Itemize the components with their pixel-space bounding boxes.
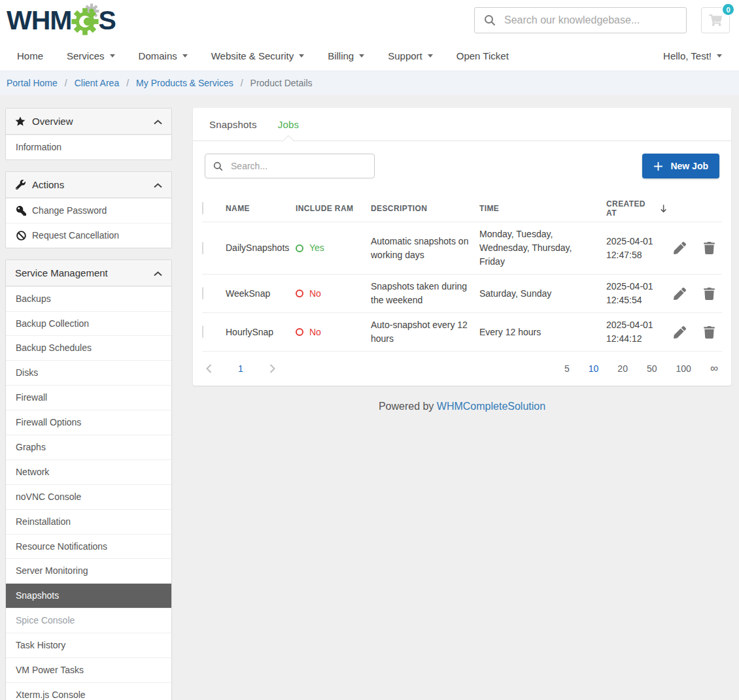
page-number[interactable]: 1 bbox=[238, 363, 243, 374]
sidebar-item-snapshots[interactable]: Snapshots bbox=[6, 583, 171, 608]
sidebar-item-change-password[interactable]: Change Password bbox=[6, 198, 171, 223]
tab-jobs[interactable]: Jobs bbox=[267, 108, 310, 141]
caret-down-icon bbox=[299, 54, 304, 58]
sidebar-item-resource-notifications[interactable]: Resource Notifications bbox=[6, 534, 171, 559]
job-name: WeekSnap bbox=[226, 287, 296, 301]
search-icon bbox=[484, 14, 496, 26]
edit-job-button[interactable] bbox=[674, 326, 686, 339]
select-all-checkbox[interactable] bbox=[202, 202, 203, 214]
nav-item-services[interactable]: Services bbox=[67, 50, 115, 61]
breadcrumb-client-area[interactable]: Client Area bbox=[75, 78, 119, 88]
delete-job-button[interactable] bbox=[704, 326, 715, 339]
row-checkbox[interactable] bbox=[202, 287, 203, 299]
key-icon bbox=[16, 206, 26, 216]
actions-panel-header[interactable]: Actions bbox=[6, 172, 171, 198]
actions-panel: Actions Change Password Request Cancella… bbox=[5, 171, 172, 248]
table-header-row: NAME INCLUDE RAM DESCRIPTION TIME CREATE… bbox=[202, 195, 722, 222]
trash-icon bbox=[704, 288, 715, 300]
nav-item-domains[interactable]: Domains bbox=[139, 50, 188, 61]
tab-snapshots[interactable]: Snapshots bbox=[199, 108, 267, 141]
column-header-name[interactable]: NAME bbox=[226, 204, 296, 213]
main-nav: Home Services Domains Website & Security… bbox=[0, 41, 739, 71]
sidebar-item-disks[interactable]: Disks bbox=[6, 360, 171, 385]
sidebar-item-novnc-console[interactable]: noVNC Console bbox=[6, 484, 171, 509]
pagination: 1 5 10 20 50 100 ∞ bbox=[193, 352, 731, 386]
job-created-at: 2025-04-01 12:45:54 bbox=[606, 280, 674, 307]
whmcs-logo[interactable]: WHM bbox=[7, 5, 116, 36]
sidebar-item-server-monitoring[interactable]: Server Monitoring bbox=[6, 558, 171, 583]
sidebar-item-backup-collection[interactable]: Backup Collection bbox=[6, 311, 171, 336]
sidebar-item-backups[interactable]: Backups bbox=[6, 286, 171, 311]
row-checkbox[interactable] bbox=[202, 242, 203, 254]
job-created-at: 2025-04-01 12:44:12 bbox=[606, 318, 674, 346]
job-time: Monday, Tuesday, Wednesday, Thursday, Fr… bbox=[479, 227, 606, 269]
page-size-unlimited[interactable]: ∞ bbox=[710, 362, 718, 375]
cart-count-badge: 0 bbox=[721, 3, 735, 16]
breadcrumb-my-products[interactable]: My Products & Services bbox=[136, 78, 233, 88]
cart-icon bbox=[709, 14, 722, 26]
new-job-button[interactable]: New Job bbox=[642, 154, 719, 178]
sidebar-item-task-history[interactable]: Task History bbox=[6, 633, 171, 658]
knowledgebase-search-input[interactable] bbox=[504, 14, 677, 26]
job-time: Saturday, Sunday bbox=[479, 287, 606, 301]
nav-item-website-security[interactable]: Website & Security bbox=[211, 50, 304, 61]
account-menu[interactable]: Hello, Test! bbox=[663, 50, 722, 61]
chevron-up-icon bbox=[154, 179, 162, 190]
breadcrumb-portal-home[interactable]: Portal Home bbox=[7, 78, 58, 88]
column-header-time[interactable]: TIME bbox=[479, 204, 606, 213]
next-page-button[interactable] bbox=[269, 364, 275, 373]
panel-title: Service Management bbox=[15, 267, 108, 278]
pencil-icon bbox=[674, 288, 686, 300]
sidebar-item-request-cancellation[interactable]: Request Cancellation bbox=[6, 223, 171, 248]
ban-icon bbox=[16, 231, 26, 241]
jobs-search bbox=[205, 154, 375, 178]
include-ram-badge: Yes bbox=[296, 241, 362, 255]
page-size-20[interactable]: 20 bbox=[617, 363, 628, 374]
service-management-panel-header[interactable]: Service Management bbox=[6, 260, 171, 286]
delete-job-button[interactable] bbox=[704, 288, 715, 300]
page-size-10[interactable]: 10 bbox=[589, 363, 599, 374]
chevron-left-icon bbox=[206, 364, 212, 373]
whmcompletesolution-link[interactable]: WHMCompleteSolution bbox=[437, 401, 545, 412]
sidebar-item-vm-power-tasks[interactable]: VM Power Tasks bbox=[6, 658, 171, 682]
page-size-50[interactable]: 50 bbox=[647, 363, 657, 374]
table-row: HourlySnap No Auto-snapshot every 12 hou… bbox=[202, 313, 722, 352]
sidebar-item-reinstallation[interactable]: Reinstallation bbox=[6, 509, 171, 534]
star-icon bbox=[15, 116, 26, 127]
sidebar-item-spice-console[interactable]: Spice Console bbox=[6, 608, 171, 633]
search-icon bbox=[213, 161, 223, 172]
column-header-description[interactable]: DESCRIPTION bbox=[371, 204, 479, 213]
job-description: Auto-snapshot every 12 hours bbox=[371, 318, 479, 346]
overview-panel-header[interactable]: Overview bbox=[6, 108, 171, 135]
nav-item-open-ticket[interactable]: Open Ticket bbox=[456, 50, 509, 61]
job-description: Automatic snapshots on working days bbox=[371, 235, 479, 262]
page-size-100[interactable]: 100 bbox=[676, 363, 691, 374]
sidebar-item-firewall[interactable]: Firewall bbox=[6, 385, 171, 410]
footer: Powered by WHMCompleteSolution bbox=[193, 401, 731, 412]
circle-icon bbox=[296, 290, 303, 297]
sidebar-item-information[interactable]: Information bbox=[6, 135, 171, 159]
pencil-icon bbox=[674, 326, 686, 339]
snapshots-jobs-panel: Snapshots Jobs New Job bbox=[193, 108, 731, 386]
sidebar-item-graphs[interactable]: Graphs bbox=[6, 435, 171, 459]
sidebar-item-xtermjs-console[interactable]: Xterm.js Console bbox=[6, 682, 171, 700]
row-checkbox[interactable] bbox=[202, 325, 203, 338]
plus-icon bbox=[653, 161, 663, 171]
nav-item-support[interactable]: Support bbox=[388, 50, 433, 61]
cart-button[interactable]: 0 bbox=[701, 7, 730, 33]
column-header-include-ram[interactable]: INCLUDE RAM bbox=[296, 204, 371, 213]
edit-job-button[interactable] bbox=[674, 242, 686, 254]
sidebar-item-firewall-options[interactable]: Firewall Options bbox=[6, 410, 171, 435]
nav-item-billing[interactable]: Billing bbox=[328, 50, 364, 61]
nav-item-home[interactable]: Home bbox=[17, 50, 43, 61]
column-header-created-at[interactable]: CREATED AT bbox=[606, 199, 674, 218]
knowledgebase-search bbox=[474, 7, 687, 33]
job-created-at: 2025-04-01 12:47:58 bbox=[606, 235, 674, 262]
edit-job-button[interactable] bbox=[674, 288, 686, 300]
previous-page-button[interactable] bbox=[206, 364, 212, 373]
jobs-search-input[interactable] bbox=[231, 161, 366, 171]
delete-job-button[interactable] bbox=[704, 242, 715, 254]
sidebar-item-backup-schedules[interactable]: Backup Schedules bbox=[6, 335, 171, 360]
sidebar-item-network[interactable]: Network bbox=[6, 459, 171, 484]
page-size-5[interactable]: 5 bbox=[564, 363, 570, 374]
